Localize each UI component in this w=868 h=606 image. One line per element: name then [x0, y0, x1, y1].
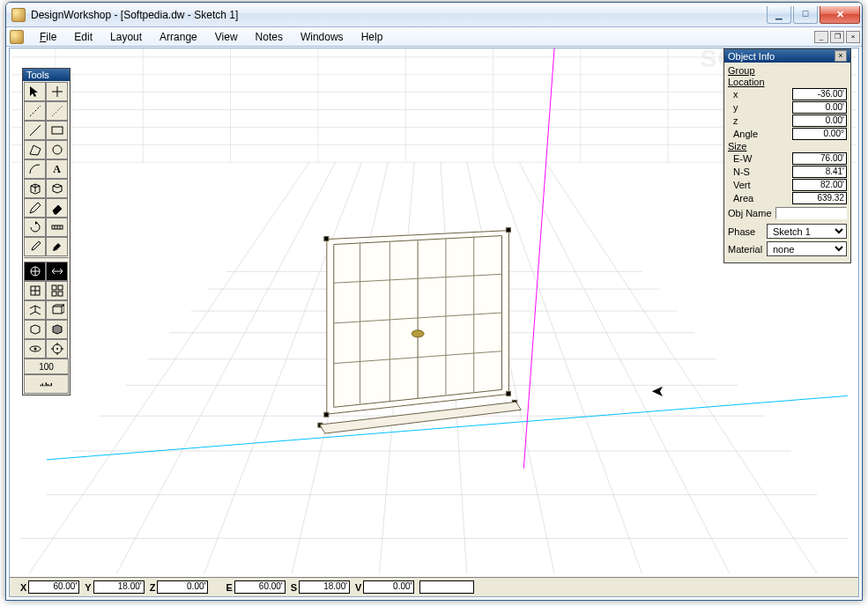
- oi-vert-value[interactable]: 82.00': [792, 179, 847, 191]
- status-v-label: V: [355, 582, 361, 593]
- poly-tool[interactable]: [24, 140, 46, 159]
- cube-tool[interactable]: [24, 179, 46, 198]
- oi-ns-value[interactable]: 8.41': [792, 166, 847, 178]
- status-extra-field[interactable]: [419, 580, 474, 594]
- pencil-tool[interactable]: [24, 198, 46, 218]
- menu-view[interactable]: View: [206, 29, 247, 45]
- measure-tool[interactable]: [46, 218, 68, 237]
- view-wire-tool[interactable]: [24, 320, 46, 339]
- view-top-tool[interactable]: [24, 281, 46, 300]
- oi-material-label: Material: [728, 244, 767, 255]
- svg-point-46: [412, 330, 424, 337]
- oi-material-select[interactable]: none: [767, 241, 847, 256]
- svg-line-0: [29, 162, 309, 573]
- title-bar[interactable]: DesignWorkshop - [Softpedia.dw - Sketch …: [6, 3, 862, 27]
- paint-tool[interactable]: [46, 237, 68, 256]
- menu-windows[interactable]: Windows: [292, 29, 352, 45]
- cylinder-tool[interactable]: [46, 179, 68, 198]
- minimize-button[interactable]: [767, 6, 791, 24]
- window-title: DesignWorkshop - [Softpedia.dw - Sketch …: [31, 9, 765, 21]
- histogram-tool[interactable]: [24, 374, 69, 394]
- oi-angle-value[interactable]: 0.00°: [792, 128, 847, 140]
- object-info-close-button[interactable]: ×: [835, 50, 847, 62]
- cursor-icon: ➤: [651, 381, 664, 401]
- oi-x-label: x: [728, 89, 767, 100]
- mdi-restore-button[interactable]: ❐: [830, 31, 844, 43]
- oi-ns-label: N-S: [728, 166, 767, 177]
- mdi-close-button[interactable]: ×: [846, 31, 860, 43]
- svg-rect-69: [52, 285, 56, 290]
- object-info-title[interactable]: Object Info ×: [724, 49, 850, 63]
- target-tool[interactable]: [46, 339, 68, 358]
- oi-group-label: Group: [728, 65, 847, 76]
- object-info-title-label: Object Info: [728, 51, 775, 62]
- status-y-label: Y: [85, 582, 91, 593]
- svg-line-7: [493, 162, 642, 573]
- oi-objname-field[interactable]: [775, 207, 847, 219]
- menu-arrange[interactable]: Arrange: [151, 29, 206, 45]
- eraser-tool[interactable]: [46, 198, 68, 218]
- svg-rect-86: [48, 385, 49, 386]
- status-s-value[interactable]: 18.00': [299, 580, 350, 594]
- maximize-button[interactable]: [793, 6, 818, 24]
- dotted-line-tool[interactable]: [46, 101, 68, 121]
- oi-phase-select[interactable]: Sketch 1: [767, 224, 847, 239]
- arrow-tool[interactable]: [24, 82, 46, 101]
- svg-rect-59: [52, 127, 63, 134]
- menu-file[interactable]: File: [31, 29, 65, 45]
- circle-tool[interactable]: [46, 140, 68, 159]
- svg-point-76: [56, 348, 58, 350]
- status-z-value[interactable]: 0.00': [157, 580, 208, 594]
- status-z-label: Z: [150, 582, 156, 593]
- doc-icon[interactable]: [10, 30, 24, 44]
- arc-tool[interactable]: [24, 159, 46, 179]
- menu-edit[interactable]: Edit: [65, 29, 101, 45]
- view-iso-1-tool[interactable]: [24, 300, 46, 320]
- view-iso-2-tool[interactable]: [46, 300, 68, 320]
- view-shade-tool[interactable]: [46, 320, 68, 339]
- status-bar: X60.00' Y18.00' Z0.00' E60.00' S18.00' V…: [10, 577, 858, 596]
- oi-y-value[interactable]: 0.00': [792, 101, 847, 114]
- svg-rect-81: [40, 385, 41, 387]
- client-area: SOFTPEDIA: [9, 48, 859, 597]
- oi-ew-label: E-W: [728, 153, 767, 164]
- svg-line-56: [30, 106, 41, 116]
- svg-rect-48: [506, 228, 510, 233]
- object-info-panel[interactable]: Object Info × Group Location x-36.00' y0…: [723, 48, 851, 263]
- axis-y: [523, 48, 554, 469]
- menu-layout[interactable]: Layout: [101, 29, 151, 45]
- eyedropper-tool[interactable]: [24, 237, 46, 256]
- oi-size-label: Size: [728, 141, 847, 152]
- opacity-value[interactable]: 100: [24, 358, 69, 374]
- menu-bar: File Edit Layout Arrange View Notes Wind…: [6, 27, 862, 47]
- text-tool[interactable]: A: [46, 159, 68, 179]
- oi-objname-label: Obj Name: [728, 208, 775, 218]
- status-y-value[interactable]: 18.00': [93, 580, 145, 594]
- status-e-value[interactable]: 60.00': [234, 580, 286, 594]
- rotate-tool[interactable]: [24, 218, 46, 237]
- status-x-value[interactable]: 60.00': [28, 580, 79, 594]
- close-button[interactable]: [820, 6, 860, 24]
- svg-rect-85: [47, 384, 48, 386]
- oi-x-value[interactable]: -36.00': [792, 88, 847, 100]
- line-tool[interactable]: [24, 121, 46, 140]
- status-v-value[interactable]: 0.00': [363, 580, 414, 594]
- rect-tool[interactable]: [46, 121, 68, 140]
- menu-help[interactable]: Help: [352, 29, 392, 45]
- tools-title[interactable]: Tools: [23, 69, 70, 81]
- nav-2-tool[interactable]: [46, 262, 68, 281]
- view-grid-tool[interactable]: [46, 281, 68, 300]
- svg-point-60: [53, 145, 62, 154]
- tools-panel[interactable]: Tools A: [22, 68, 70, 395]
- menu-notes[interactable]: Notes: [247, 29, 292, 45]
- dashed-line-tool[interactable]: [24, 101, 46, 121]
- mdi-minimize-button[interactable]: _: [814, 31, 828, 43]
- oi-ew-value[interactable]: 76.00': [792, 152, 847, 165]
- oi-z-value[interactable]: 0.00': [792, 115, 847, 127]
- oi-area-label: Area: [728, 193, 767, 203]
- oi-area-value[interactable]: 639.32: [792, 192, 847, 204]
- nav-1-tool[interactable]: [24, 262, 46, 281]
- oi-z-label: z: [728, 115, 767, 126]
- crosshair-tool[interactable]: [46, 82, 68, 101]
- eye-tool[interactable]: [24, 339, 46, 358]
